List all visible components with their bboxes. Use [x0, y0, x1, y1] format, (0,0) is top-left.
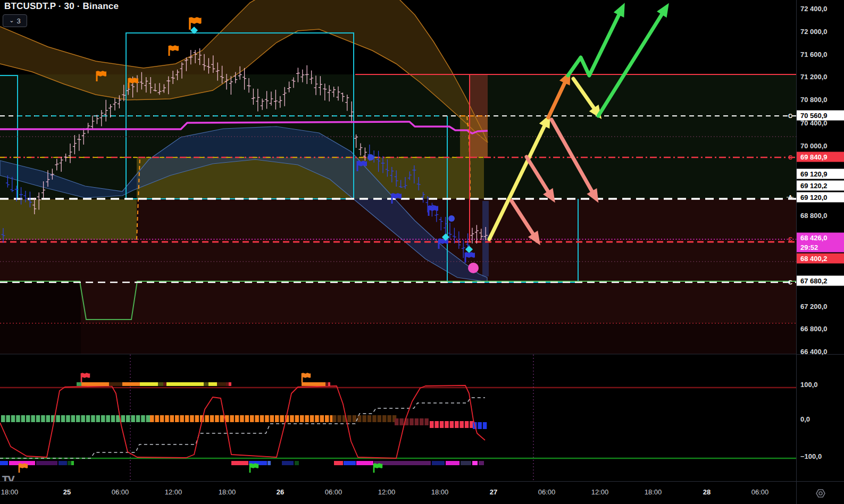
flag-banner — [374, 463, 382, 468]
flag-banner — [302, 373, 311, 377]
osc-square — [86, 415, 90, 422]
time-label[interactable]: 18:00 — [431, 488, 449, 496]
price-badge[interactable]: 68 426,0 — [797, 233, 844, 243]
osc-square — [275, 415, 279, 422]
time-axis[interactable]: 18:002506:0012:0018:002606:0012:0018:002… — [0, 481, 796, 504]
signal-strip-bottom — [344, 461, 356, 465]
main-chart-pane[interactable]: TVCCCCA BTCUSDT.P · 30 · Binance ⌄ 3 — [0, 0, 796, 481]
signal-strip-bottom — [479, 461, 484, 465]
price-tick[interactable]: 72 400,0 — [800, 5, 828, 13]
oscillator-tick[interactable]: 100,0 — [800, 381, 818, 389]
price-axis[interactable]: 72 400,072 000,071 600,071 200,070 800,0… — [796, 0, 844, 481]
price-tick[interactable]: 68 800,0 — [800, 212, 828, 220]
time-label[interactable]: 06:00 — [112, 488, 129, 496]
osc-square — [61, 415, 65, 422]
osc-square — [131, 415, 135, 422]
osc-square — [205, 415, 209, 422]
orange-flag-marker[interactable] — [190, 17, 202, 30]
time-label-day[interactable]: 25 — [63, 488, 71, 496]
time-label-day[interactable]: 27 — [490, 488, 497, 496]
osc-square — [255, 415, 259, 422]
oscillator-tick[interactable]: 0,0 — [800, 415, 810, 423]
flag-banner — [97, 71, 106, 76]
flag-banner — [465, 252, 475, 257]
osc-square — [26, 415, 30, 422]
line-marker-c: C — [788, 113, 792, 119]
tradingview-logo: TV — [2, 474, 15, 481]
osc-square — [362, 415, 366, 422]
price-badge[interactable]: 69 120,9 — [797, 169, 844, 179]
line-marker-c: C — [788, 154, 792, 161]
price-tick[interactable]: 72 000,0 — [800, 28, 828, 36]
osc-square — [31, 415, 35, 422]
time-label[interactable]: 18:00 — [1, 488, 19, 496]
osc-square — [155, 415, 159, 422]
price-tick[interactable]: 70 800,0 — [800, 96, 828, 104]
osc-square — [250, 415, 254, 422]
osc-square — [382, 415, 387, 422]
price-badge[interactable]: 69 120,0 — [797, 192, 844, 203]
time-label[interactable]: 18:00 — [645, 488, 662, 496]
price-tick[interactable]: 67 200,0 — [800, 303, 828, 310]
oscillator-flag-marker[interactable] — [374, 463, 382, 473]
time-label[interactable]: 12:00 — [591, 488, 609, 496]
symbol-title[interactable]: BTCUSDT.P · 30 · Binance — [4, 1, 119, 12]
oscillator-square-row — [150, 415, 334, 422]
magenta-dot — [468, 263, 479, 273]
signal-strip-bottom — [356, 461, 373, 465]
signal-strip-bottom — [0, 461, 8, 465]
signal-strip-top — [229, 382, 231, 386]
price-badge[interactable]: 69 840,9 — [797, 152, 844, 162]
osc-square — [180, 415, 184, 422]
signal-strip-bottom — [71, 461, 74, 465]
osc-square — [175, 415, 179, 422]
time-label[interactable]: 12:00 — [165, 488, 182, 496]
price-tick[interactable]: 66 800,0 — [800, 325, 828, 333]
osc-square — [36, 415, 40, 422]
price-tick[interactable]: 71 600,0 — [800, 51, 828, 58]
signal-strip-bottom — [231, 461, 248, 465]
time-label[interactable]: 06:00 — [538, 488, 556, 496]
time-label-day[interactable]: 26 — [277, 488, 284, 496]
flag-banner — [429, 205, 438, 211]
osc-square — [353, 415, 357, 422]
indicators-collapse-button[interactable]: ⌄ 3 — [3, 14, 27, 27]
oscillator-square-row — [430, 421, 474, 428]
time-label[interactable]: 06:00 — [325, 488, 342, 496]
blue-dot — [367, 154, 374, 161]
price-tick[interactable]: 66 400,0 — [800, 348, 828, 356]
oscillator-tick[interactable]: −100,0 — [800, 452, 822, 460]
pane-settings-gear-icon[interactable] — [815, 488, 826, 499]
price-tick[interactable]: 71 200,0 — [800, 73, 828, 81]
osc-square — [56, 415, 60, 422]
time-label[interactable]: 12:00 — [378, 488, 396, 496]
osc-square — [378, 415, 382, 422]
flag-banner — [81, 373, 90, 377]
orange-flag-marker[interactable] — [169, 45, 179, 56]
osc-square — [347, 415, 352, 422]
osc-square — [465, 421, 469, 428]
oscillator-flag-marker[interactable] — [302, 373, 311, 382]
oscillator-flag-marker[interactable] — [19, 463, 28, 473]
time-label[interactable]: 18:00 — [219, 488, 236, 496]
oscillator-flag-marker[interactable] — [250, 463, 258, 473]
osc-square — [295, 415, 299, 422]
green-zigzag-arrow[interactable] — [568, 3, 625, 75]
osc-square — [399, 418, 404, 425]
price-badge[interactable]: 69 120,2 — [797, 181, 844, 191]
price-badge[interactable]: 29:52 — [797, 242, 844, 253]
chart-canvas[interactable]: TVCCCCA — [0, 0, 796, 481]
price-badge[interactable]: 68 400,2 — [797, 254, 844, 264]
osc-square — [91, 415, 95, 422]
osc-square — [478, 422, 482, 429]
oscillator-flag-marker[interactable] — [81, 373, 90, 382]
osc-square — [483, 422, 487, 429]
price-badge[interactable]: 67 680,2 — [797, 276, 844, 286]
osc-square — [6, 415, 10, 422]
time-label[interactable]: 06:00 — [751, 488, 769, 496]
price-badge[interactable]: 70 560,9 — [797, 111, 844, 121]
osc-square — [111, 415, 115, 422]
time-label-day[interactable]: 28 — [703, 488, 711, 496]
price-tick[interactable]: 70 000,0 — [800, 142, 828, 150]
osc-square — [66, 415, 70, 422]
